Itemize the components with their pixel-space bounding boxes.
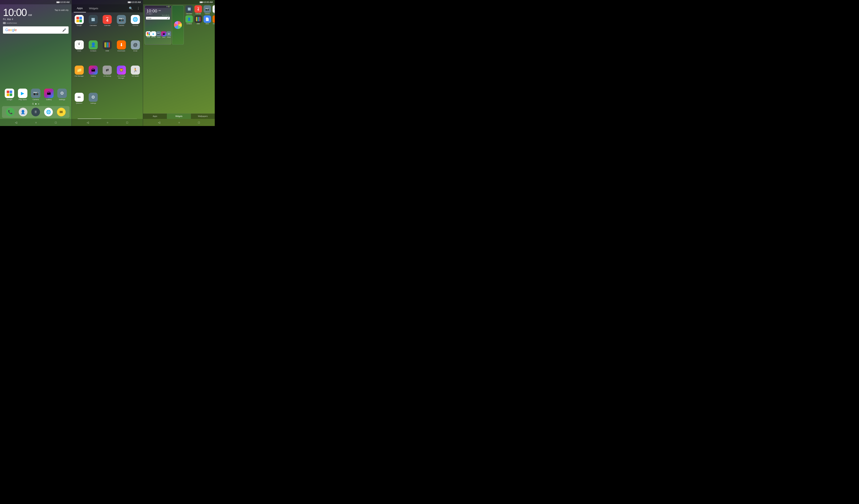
app-item-contacts[interactable]: 👤 Contacts (87, 40, 100, 64)
app-item-filemanager[interactable]: 📁 File Manager (73, 65, 86, 91)
app-label-downloads: Downloads (117, 50, 125, 52)
app-label-contacts: Contacts (90, 50, 96, 52)
logo-o2: o (10, 28, 12, 32)
time-display-2: 10:00 AM (132, 1, 141, 3)
app-item-google[interactable]: Google (73, 14, 86, 39)
s3-tab-wallpapers[interactable]: Wallpapers (191, 114, 215, 119)
app-icon-calculator: 🔢 (89, 15, 98, 24)
clock-minute-hand (79, 43, 79, 45)
tap-to-add-city[interactable]: Tap to add city (55, 9, 69, 11)
app-item-camera[interactable]: 📷 Camera (115, 14, 128, 39)
pdock-gallery-label: Gallery (162, 37, 165, 38)
preview-tap-city: Tap to add city (145, 15, 171, 16)
preview-dock-playstore[interactable]: ▶ Play Store (151, 31, 156, 38)
s3-tab-apps[interactable]: Apps (143, 114, 167, 119)
pdock-ps-symbol: ▶ (153, 33, 154, 35)
app-item-dmb[interactable]: DMB (101, 40, 114, 64)
nav-bar-2: ◁ ○ □ (72, 119, 143, 126)
clock-time-big: 10:00 AM (3, 7, 32, 17)
dock-app-camera[interactable]: 📷 Camera (31, 89, 40, 100)
app-item-settings[interactable]: ⚙ Settings (87, 92, 100, 116)
s3-label-calendar: Calendar (195, 13, 201, 14)
s3-sym-camera: 📷 (205, 7, 209, 11)
s3-app-contacts[interactable]: 👤 Contacts (185, 15, 193, 25)
main-preview-card[interactable]: ⚙ 🔋 10:00 AM Fri, Mar 4 Tap to add city … (145, 5, 171, 45)
weather-widget: weathernews (0, 22, 72, 25)
s3-app-calendar[interactable]: FRI 4 Calendar (194, 5, 202, 14)
s3-app-dmb[interactable]: DMB (194, 15, 202, 25)
bottom-dock-apps[interactable]: ⠿ (31, 108, 40, 116)
dock-app-playstore[interactable]: ▶ Play Store (18, 89, 27, 100)
preview-dock-camera[interactable]: 📷 Camera (156, 31, 161, 38)
second-preview-card[interactable] (172, 5, 184, 45)
s3-app-downloads[interactable]: ⬇ Downloads (213, 15, 215, 25)
preview-dock-settings[interactable]: ⚙ Settings (166, 31, 171, 38)
home-button-3[interactable]: ○ (176, 120, 182, 125)
app-item-lghealth[interactable]: 🏃 LG Health (129, 65, 142, 91)
back-button-1[interactable]: ◁ (13, 120, 19, 125)
screen-1-homescreen: 10:00 AM 10:00 AM Fri, Mar 4 Tap to add … (0, 0, 72, 126)
clock-widget[interactable]: 10:00 AM Fri, Mar 4 Tap to add city (0, 4, 72, 22)
s3-icon-camera: 📷 (204, 5, 211, 13)
app-item-calendar[interactable]: FRI 4 Calendar (101, 14, 114, 39)
app-item-clock[interactable]: Clock (73, 40, 86, 64)
s3-label-contacts: Contacts (186, 23, 192, 25)
pdock-playstore-icon: ▶ (151, 31, 156, 36)
bottom-dock-mail[interactable]: ✉ (57, 108, 65, 116)
app-item-downloads[interactable]: ⬇ Downloads (115, 40, 128, 64)
dock-app-settings-label: Settings (59, 99, 65, 100)
s3-tab-widgets[interactable]: Widgets (167, 114, 191, 119)
tab-apps[interactable]: Apps (74, 4, 86, 12)
recents-button-3[interactable]: □ (196, 120, 202, 125)
app-item-lgbackup[interactable]: ⇄ LG Backup (101, 65, 114, 91)
s3-app-camera[interactable]: 📷 Camera (204, 5, 211, 14)
app-item-calculator[interactable]: 🔢 Calculator (87, 14, 100, 39)
google-grid-icon (7, 91, 12, 96)
preview-dock-gallery[interactable]: 🏔 Gallery (161, 31, 166, 38)
calendar-4: 4 (106, 18, 108, 22)
app-icon-downloads: ⬇ (117, 41, 126, 49)
app-item-gallery[interactable]: 🏔 Gallery (87, 65, 100, 91)
dock-app-settings[interactable]: ⚙ Settings (57, 89, 67, 100)
camera-icon-symbol: 📷 (33, 91, 39, 96)
google-search-bar[interactable]: Google 🎤 (3, 26, 69, 34)
search-icon[interactable]: 🔍 (128, 5, 134, 11)
google-app-icon (5, 89, 14, 98)
voice-search-icon[interactable]: 🎤 (62, 28, 66, 32)
dock-app-google[interactable]: Google (5, 89, 14, 100)
preview-search-bar[interactable]: Google 🎤 (146, 17, 170, 19)
home-button-1[interactable]: ○ (33, 120, 39, 125)
tab-widgets[interactable]: Widgets (86, 4, 102, 12)
bottom-dock-phone[interactable]: 📞 (6, 108, 15, 116)
preview-status-icons: ⚙ 🔋 (166, 6, 170, 7)
gg-b1 (79, 17, 82, 19)
back-button-2[interactable]: ◁ (85, 120, 91, 125)
app-label-gallery: Gallery (91, 75, 96, 77)
app-item-email[interactable]: @ Email (129, 40, 142, 64)
bottom-dock-contacts[interactable]: 👤 (19, 108, 27, 116)
lgfriends-symbol: 🦁 (119, 68, 123, 72)
recents-button-1[interactable]: □ (53, 120, 59, 125)
preview-google-text: Google (147, 17, 151, 19)
back-button-3[interactable]: ◁ (156, 120, 162, 125)
app-icon-lgfriends: 🦁 (117, 66, 126, 75)
s3-app-chrome[interactable]: 🌐 Chrome (213, 5, 215, 14)
app-item-chrome[interactable]: 🌐 Chrome (129, 14, 142, 39)
pdock-google-grid (147, 32, 150, 35)
s3-app-calculator[interactable]: 🔢 Calculator (185, 5, 193, 14)
dmb-red (109, 42, 110, 47)
s3-label-docs: Docs (206, 23, 209, 25)
s3-sym-docs: 📄 (205, 17, 209, 21)
recents-button-2[interactable]: □ (124, 120, 130, 125)
bottom-dock-chrome[interactable]: 🌐 (44, 108, 53, 116)
dock-app-gallery[interactable]: 🏔 Gallery (44, 89, 54, 100)
more-options-icon[interactable]: ⋮ (136, 5, 141, 11)
app-item-lgfriends[interactable]: 🦁 LG Friends Manager (115, 65, 128, 91)
app-item-qmemo[interactable]: ✏ QMemo+ (73, 92, 86, 116)
s3-app-docs[interactable]: 📄 Docs (204, 15, 211, 25)
home-button-2[interactable]: ○ (105, 120, 110, 125)
pdock-settings-label: Settings (167, 37, 171, 38)
s3-sym-chrome: 🌐 (214, 7, 215, 11)
app-icon-email: @ (131, 41, 140, 49)
preview-dock-google[interactable]: Google (146, 31, 151, 38)
